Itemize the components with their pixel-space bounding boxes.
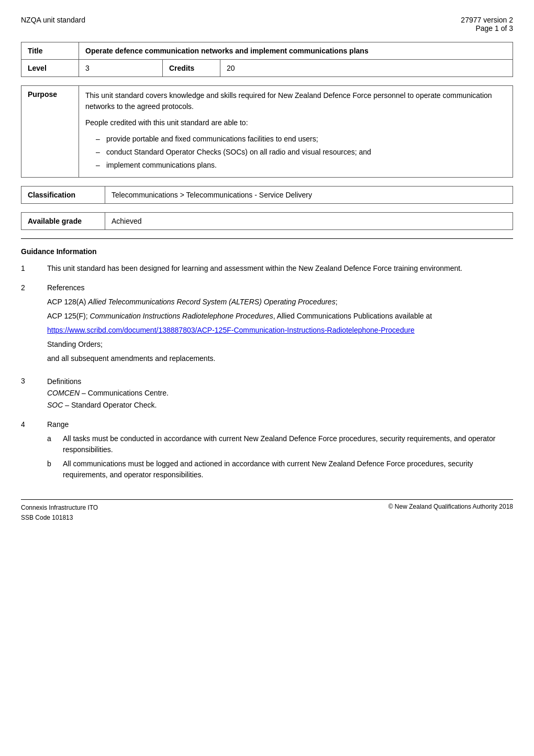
purpose-bullet-1: provide portable and fixed communication… <box>96 134 506 145</box>
version-label: 27977 version 2 <box>461 16 513 24</box>
ref-line-2: ACP 125(F); Communication Instructions R… <box>47 311 513 322</box>
footer-left: Connexis Infrastructure ITO SSB Code 101… <box>21 503 98 523</box>
available-grade-value: Achieved <box>105 213 513 230</box>
guidance-content-4: Range a All tasks must be conducted in a… <box>47 419 513 484</box>
ref-link[interactable]: https://www.scribd.com/document/13888780… <box>47 325 513 336</box>
level-row: Level 3 Credits 20 <box>21 60 513 77</box>
purpose-bullet-2: conduct Standard Operator Checks (SOCs) … <box>96 147 506 158</box>
ref-1-normal: ACP 128(A) <box>47 298 88 306</box>
available-grade-table: Available grade Achieved <box>21 212 513 230</box>
classification-row: Classification Telecommunications > Tele… <box>21 187 513 204</box>
footer-ssb: SSB Code 101813 <box>21 513 98 523</box>
guidance-content-2: References ACP 128(A) Allied Telecommuni… <box>47 282 513 367</box>
ref-1-suffix: ; <box>336 298 338 306</box>
level-label: Level <box>21 60 79 77</box>
ref-2-italic: Communication Instructions Radiotelephon… <box>90 312 273 320</box>
guidance-title: Guidance Information <box>21 247 513 256</box>
references-label: References <box>47 282 513 293</box>
section-divider <box>21 238 513 239</box>
page-header: NZQA unit standard 27977 version 2 Page … <box>21 16 513 32</box>
guidance-num-2: 2 <box>21 282 47 367</box>
footer-center: © New Zealand Qualifications Authority 2… <box>388 503 513 523</box>
purpose-label: Purpose <box>21 86 79 178</box>
guidance-content-3: Definitions COMCEN – Communications Cent… <box>47 376 513 411</box>
purpose-para1: This unit standard covers knowledge and … <box>85 90 506 112</box>
range-item-a-letter: a <box>47 433 63 455</box>
page-footer: Connexis Infrastructure ITO SSB Code 101… <box>21 499 513 523</box>
guidance-item-1: 1 This unit standard has been designed f… <box>21 263 513 274</box>
guidance-item-4: 4 Range a All tasks must be conducted in… <box>21 419 513 484</box>
title-value: Operate defence communication networks a… <box>79 42 513 60</box>
ref-2-suffix: , Allied Communications Publications ava… <box>273 312 432 320</box>
purpose-content: This unit standard covers knowledge and … <box>79 86 513 178</box>
available-grade-row: Available grade Achieved <box>21 213 513 230</box>
def-comcen-term: COMCEN <box>47 389 80 397</box>
available-grade-label: Available grade <box>21 213 105 230</box>
range-item-b-letter: b <box>47 458 63 480</box>
guidance-num-4: 4 <box>21 419 47 484</box>
purpose-para2: People credited with this unit standard … <box>85 117 506 128</box>
range-item-b: b All communications must be logged and … <box>47 458 513 480</box>
classification-value: Telecommunications > Telecommunications … <box>105 187 513 204</box>
ref-1-italic: Allied Telecommunications Record System … <box>88 298 335 306</box>
credits-value: 20 <box>220 60 513 77</box>
title-row: Title Operate defence communication netw… <box>21 42 513 60</box>
def-soc: SOC – Standard Operator Check. <box>47 399 513 411</box>
guidance-list: 1 This unit standard has been designed f… <box>21 263 513 484</box>
page-number: Page 1 of 3 <box>461 24 513 32</box>
level-value: 3 <box>79 60 163 77</box>
definitions-label: Definitions <box>47 376 513 387</box>
def-comcen-text: – Communications Centre. <box>80 389 169 397</box>
purpose-bullet-3: implement communications plans. <box>96 160 506 171</box>
classification-table: Classification Telecommunications > Tele… <box>21 186 513 204</box>
ref-2-normal: ACP 125(F); <box>47 312 90 320</box>
ref-amendments: and all subsequent amendments and replac… <box>47 353 513 364</box>
guidance-text-1: This unit standard has been designed for… <box>47 263 513 274</box>
ref-standing-orders: Standing Orders; <box>47 339 513 350</box>
credits-label: Credits <box>163 60 220 77</box>
range-label: Range <box>47 419 513 430</box>
def-soc-text: – Standard Operator Check. <box>63 401 157 409</box>
guidance-num-1: 1 <box>21 263 47 274</box>
purpose-table: Purpose This unit standard covers knowle… <box>21 85 513 178</box>
guidance-num-3: 3 <box>21 376 47 411</box>
title-table: Title Operate defence communication netw… <box>21 42 513 77</box>
footer-org: Connexis Infrastructure ITO <box>21 503 98 513</box>
header-right: 27977 version 2 Page 1 of 3 <box>461 16 513 32</box>
ref-url[interactable]: https://www.scribd.com/document/13888780… <box>47 326 415 334</box>
range-item-a: a All tasks must be conducted in accorda… <box>47 433 513 455</box>
header-left: NZQA unit standard <box>21 16 85 32</box>
purpose-bullets: provide portable and fixed communication… <box>96 134 506 171</box>
org-label: NZQA unit standard <box>21 16 85 24</box>
def-soc-term: SOC <box>47 401 63 409</box>
def-comcen: COMCEN – Communications Centre. <box>47 387 513 399</box>
guidance-item-2: 2 References ACP 128(A) Allied Telecommu… <box>21 282 513 367</box>
classification-label: Classification <box>21 187 105 204</box>
purpose-row: Purpose This unit standard covers knowle… <box>21 86 513 178</box>
ref-line-1: ACP 128(A) Allied Telecommunications Rec… <box>47 297 513 308</box>
guidance-item-3: 3 Definitions COMCEN – Communications Ce… <box>21 376 513 411</box>
title-label: Title <box>21 42 79 60</box>
range-item-a-text: All tasks must be conducted in accordanc… <box>63 433 513 455</box>
range-item-b-text: All communications must be logged and ac… <box>63 458 513 480</box>
range-sub-list: a All tasks must be conducted in accorda… <box>47 433 513 480</box>
